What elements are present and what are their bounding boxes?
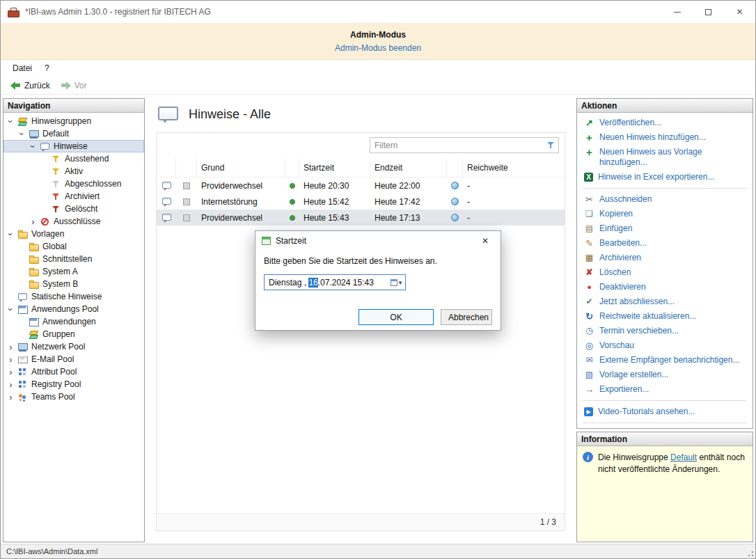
column-header-startzeit[interactable]: Startzeit [299, 159, 370, 177]
tree-item-netzwerk-pool[interactable]: ›Netzwerk Pool [3, 340, 144, 353]
tree-item-vorlagen[interactable]: ›Vorlagen [3, 228, 144, 240]
note-icon [162, 212, 172, 223]
tree-item-e-mail-pool[interactable]: ›E-Mail Pool [3, 353, 144, 365]
cancel-button[interactable]: Abbrechen [441, 309, 492, 325]
action-ausschneiden[interactable]: ✂Ausschneiden [577, 192, 753, 207]
tree-item-anwendungs-pool[interactable]: ›Anwendungs Pool [3, 303, 144, 315]
admin-mode-exit-link[interactable]: Admin-Modus beenden [335, 43, 421, 53]
action-label: Archivieren [599, 253, 641, 263]
state-cell [176, 178, 197, 194]
collapse-icon[interactable]: › [29, 142, 38, 151]
expand-icon[interactable]: › [6, 343, 15, 352]
tree-item-schnittstellen[interactable]: ›Schnittstellen [3, 253, 144, 265]
action-neuen-hinweis-hinzufügen[interactable]: +Neuen Hinweis hinzufügen... [577, 130, 753, 145]
action-veröffentlichen[interactable]: ↗Veröffentlichen... [577, 116, 753, 130]
action-vorschau[interactable]: ◎Vorschau [577, 338, 753, 353]
tree-item-gelöscht[interactable]: ›Gelöscht [3, 203, 144, 215]
filter-icon[interactable] [546, 140, 556, 150]
action-löschen[interactable]: ✘Löschen [577, 265, 753, 280]
action-hinweise-in-excel-exportieren[interactable]: XHinweise in Excel exportieren... [577, 170, 753, 184]
action-video-tutorials-ansehen[interactable]: ▶Video-Tutorials ansehen... [577, 404, 753, 419]
navigation-header: Navigation [3, 99, 144, 113]
tree-item-attribut-pool[interactable]: ›Attribut Pool [3, 365, 144, 378]
action-termin-verschieben[interactable]: ◷Termin verschieben... [577, 324, 753, 338]
maximize-button[interactable] [693, 1, 724, 23]
action-externe-empfänger-benachrichtigen[interactable]: ✉Externe Empfänger benachrichtigen... [577, 353, 753, 368]
menu-item-[interactable]: ? [38, 61, 56, 75]
minimize-button[interactable] [661, 1, 693, 23]
tree-item-anwendungen[interactable]: ›Anwendungen [3, 315, 144, 328]
tree-item-default[interactable]: ›Default [3, 127, 144, 140]
resize-grip-icon[interactable] [746, 549, 755, 558]
filter-input[interactable] [370, 141, 546, 150]
tree-item-archiviert[interactable]: ›Archiviert [3, 190, 144, 203]
admin-mode-banner: Admin-Modus Admin-Modus beenden [1, 23, 755, 60]
action-deaktivieren[interactable]: ●Deaktivieren [577, 280, 753, 294]
action-jetzt-abschliessen[interactable]: ✔Jetzt abschliessen... [577, 294, 753, 309]
column-header-endzeit[interactable]: Endzeit [370, 159, 447, 177]
copy-icon: ❏ [584, 209, 594, 219]
tree-item-gruppen[interactable]: ›Gruppen [3, 328, 144, 340]
expand-icon[interactable]: › [6, 380, 15, 389]
tree-item-registry-pool[interactable]: ›Registry Pool [3, 378, 144, 391]
deactivate-icon: ● [584, 282, 594, 292]
tree-item-system-a[interactable]: ›System A [3, 265, 144, 278]
collapse-icon[interactable]: › [17, 129, 26, 139]
back-button[interactable]: Zurück [5, 79, 55, 92]
expand-icon[interactable]: › [6, 368, 15, 377]
dialog-titlebar[interactable]: Startzeit ✕ [255, 231, 501, 251]
expand-icon[interactable]: › [6, 355, 15, 364]
tree-item-label: Ausschlüsse [54, 216, 100, 226]
expand-icon[interactable]: › [29, 217, 38, 226]
tree-item-label: E-Mail Pool [31, 354, 74, 364]
dialog-close-button[interactable]: ✕ [470, 231, 501, 251]
action-archivieren[interactable]: ▦Archivieren [577, 251, 753, 265]
action-exportieren[interactable]: →Exportieren... [577, 382, 753, 397]
action-neuen-hinweis-aus-vorlage-hinzufügen[interactable]: +Neuen Hinweis aus Vorlage hinzufügen... [577, 145, 753, 170]
menu-bar: Datei? [1, 60, 755, 77]
tree-item-system-b[interactable]: ›System B [3, 278, 144, 290]
endzeit-cell: Heute 17:42 [370, 194, 447, 210]
tree-item-statische-hinweise[interactable]: ›Statische Hinweise [3, 290, 144, 303]
column-header-grund[interactable]: Grund [197, 159, 285, 177]
tree-item-label: Attribut Pool [31, 367, 77, 377]
close-button[interactable]: ✕ [724, 1, 755, 23]
note-icon [162, 196, 172, 207]
status-active-icon [290, 215, 295, 221]
tree-item-global[interactable]: ›Global [3, 240, 144, 253]
action-label: Bearbeiten... [599, 238, 647, 249]
tree-item-teams-pool[interactable]: ›Teams Pool [3, 391, 144, 403]
tree-item-abgeschlossen[interactable]: ›Abgeschlossen [3, 178, 144, 190]
funnel-gold-icon [51, 166, 61, 177]
forward-button[interactable]: Vor [55, 79, 92, 92]
ok-button[interactable]: OK [359, 309, 434, 325]
collapse-icon[interactable]: › [6, 117, 15, 126]
column-header-reichweite[interactable]: Reichweite [463, 159, 565, 177]
action-reichweite-aktualisieren[interactable]: ↻Reichweite aktualisieren... [577, 309, 753, 324]
table-row[interactable]: ProviderwechselHeute 20:30Heute 22:00- [157, 178, 565, 194]
action-bearbeiten[interactable]: ✎Bearbeiten... [577, 236, 753, 251]
tree-item-ausschlüsse[interactable]: ›Ausschlüsse [3, 215, 144, 228]
datepicker-dropdown-button[interactable]: ▾ [387, 275, 405, 290]
tree-item-ausstehend[interactable]: ›Ausstehend [3, 152, 144, 165]
expand-icon[interactable]: › [6, 393, 15, 402]
startzeit-datepicker[interactable]: Dienstag , 16.07.2024 15:43 ▾ [264, 274, 406, 290]
default-group-link[interactable]: Default [670, 452, 697, 462]
action-einfügen[interactable]: ▤Einfügen [577, 221, 753, 236]
collapse-icon[interactable]: › [6, 230, 15, 239]
action-label: Vorlage erstellen... [599, 370, 668, 380]
grund-cell: Providerwechsel [197, 178, 285, 194]
action-kopieren[interactable]: ❏Kopieren [577, 207, 753, 221]
collapse-icon[interactable]: › [6, 305, 15, 314]
menu-item-datei[interactable]: Datei [6, 61, 38, 75]
information-panel: Information i Die Hinweisgruppe Default … [576, 432, 753, 542]
action-label: Einfügen [599, 223, 632, 234]
action-vorlage-erstellen[interactable]: ▧Vorlage erstellen... [577, 368, 753, 382]
tree-item-aktiv[interactable]: ›Aktiv [3, 165, 144, 178]
table-row[interactable]: InternetstörungHeute 15:42Heute 17:42- [157, 194, 565, 210]
table-row[interactable]: ProviderwechselHeute 15:43Heute 17:13- [157, 210, 565, 226]
tree-item-hinweisgruppen[interactable]: ›Hinweisgruppen [3, 115, 144, 127]
tree-item-hinweise[interactable]: ›Hinweise [3, 140, 144, 152]
grund-cell: Internetstörung [197, 194, 285, 210]
video-tutorials-icon: ▶ [584, 407, 593, 416]
